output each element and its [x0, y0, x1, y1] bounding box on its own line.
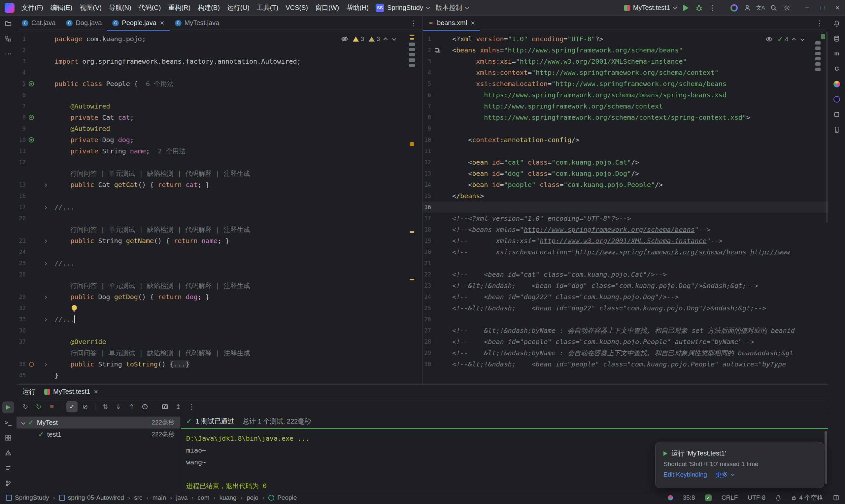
- scrollbar-thumb[interactable]: [826, 31, 828, 223]
- fold-arrow-icon[interactable]: ›: [43, 258, 49, 268]
- code-line[interactable]: 29› public Dog getDog() { return dog; }: [17, 291, 422, 303]
- code-line[interactable]: 11 private String name; 2 个用法: [17, 145, 422, 157]
- code-line[interactable]: 10 <context:annotation-config/>: [423, 134, 828, 145]
- services-tool-window-button[interactable]: [2, 432, 14, 444]
- code-line[interactable]: 36: [17, 325, 422, 336]
- code-line[interactable]: 行间问答 | 单元测试 | 缺陷检测 | 代码解释 | 注释生成: [17, 347, 422, 359]
- ai-assistant-button[interactable]: [727, 1, 741, 15]
- code-line[interactable]: 17›//...: [17, 201, 422, 213]
- context-gutter-icon[interactable]: [435, 48, 439, 52]
- run-configuration-widget[interactable]: MyTest.test1: [621, 2, 679, 14]
- code-line[interactable]: 17<!--<?xml version="1.0" encoding="UTF-…: [423, 213, 828, 224]
- breadcrumb-item[interactable]: com: [198, 494, 219, 501]
- code-line[interactable]: 25›//...: [17, 258, 422, 269]
- structure-tool-button[interactable]: [2, 33, 14, 44]
- tab-options-icon[interactable]: ⋮: [405, 19, 423, 28]
- eye-icon[interactable]: [765, 36, 773, 43]
- inspections-widget[interactable]: 3 3: [337, 34, 399, 44]
- code-line[interactable]: 22<!-- <bean id="cat" class="com.kuang.p…: [423, 269, 828, 280]
- code-line[interactable]: 21› public String getName() { return nam…: [17, 235, 422, 246]
- menu-item[interactable]: 编辑(E): [47, 1, 76, 15]
- code-line[interactable]: 9 @Autowired: [17, 123, 422, 134]
- code-line[interactable]: 行间问答 | 单元测试 | 缺陷检测 | 代码解释 | 注释生成: [17, 224, 422, 235]
- close-tab-icon[interactable]: ×: [471, 19, 475, 28]
- warning-count[interactable]: 3: [353, 36, 364, 42]
- code-line[interactable]: 15</beans>: [423, 190, 828, 201]
- fold-arrow-icon[interactable]: ›: [43, 180, 49, 190]
- menu-item[interactable]: VCS(S): [282, 2, 312, 14]
- tab-mytest-java[interactable]: C MyTest.java: [170, 16, 225, 31]
- fold-arrow-icon[interactable]: ›: [43, 236, 49, 246]
- rerun-failed-button[interactable]: ↻: [33, 401, 44, 412]
- breadcrumb-item[interactable]: spring-05-Autowired: [59, 494, 134, 501]
- spring-bean-gutter-icon[interactable]: [29, 115, 34, 120]
- menu-item[interactable]: 导航(N): [105, 1, 135, 15]
- code-line[interactable]: 4: [17, 67, 422, 78]
- console-scrollbar[interactable]: [825, 431, 827, 484]
- code-line[interactable]: 16: [423, 201, 828, 213]
- intention-bulb-icon[interactable]: [72, 305, 77, 310]
- breadcrumb-item[interactable]: main: [153, 494, 176, 501]
- notifications-widget[interactable]: [775, 495, 781, 501]
- breadcrumb-item[interactable]: java: [176, 494, 197, 501]
- collapse-all-button[interactable]: ⇑: [126, 401, 137, 412]
- menu-item[interactable]: 代码(C): [135, 1, 165, 15]
- code-with-me-button[interactable]: [741, 1, 754, 15]
- spring-bean-gutter-icon[interactable]: [29, 81, 34, 86]
- code-line[interactable]: 26: [423, 314, 828, 325]
- close-button[interactable]: ×: [830, 0, 845, 16]
- run-tool-window-button[interactable]: [2, 401, 14, 413]
- java-editor-pane[interactable]: 3 3 1package com.kuang.pojo;23import org…: [17, 31, 423, 384]
- fold-arrow-icon[interactable]: ›: [43, 359, 49, 369]
- maven-tool-button[interactable]: m: [831, 48, 843, 60]
- tab-cat-java[interactable]: C Cat.java: [17, 16, 61, 31]
- code-line[interactable]: 18<!--<beans xmlns="http://www.springfra…: [423, 224, 828, 235]
- weak-warning-count[interactable]: 3: [369, 36, 380, 42]
- code-line[interactable]: 12: [17, 157, 422, 168]
- menu-item[interactable]: 构建(B): [194, 1, 224, 15]
- spring-bean-gutter-icon[interactable]: [29, 137, 34, 143]
- code-line[interactable]: 2<beans xmlns="http://www.springframewor…: [423, 44, 828, 56]
- code-line[interactable]: 6: [17, 89, 422, 101]
- export-results-button[interactable]: ↥: [173, 401, 184, 412]
- vcs-widget[interactable]: 版本控制: [433, 1, 471, 14]
- breadcrumb-item[interactable]: SpringStudy: [6, 494, 59, 501]
- previous-problem-icon[interactable]: [792, 38, 796, 42]
- maximize-button[interactable]: □: [815, 0, 830, 16]
- code-line[interactable]: 14 <bean id="people" class="com.kuang.po…: [423, 179, 828, 190]
- notifications-tool-button[interactable]: [831, 17, 843, 29]
- edit-keybinding-link[interactable]: Edit Keybinding: [664, 471, 707, 478]
- right-error-stripe[interactable]: [814, 31, 828, 384]
- settings-button[interactable]: [780, 1, 793, 15]
- code-line[interactable]: 23<!--&lt;!&ndash; <bean id="dog" class=…: [423, 280, 828, 291]
- screenshot-button[interactable]: [159, 401, 171, 412]
- inspections-status-widget[interactable]: ✓: [705, 494, 712, 501]
- code-line[interactable]: 9: [423, 123, 828, 134]
- terminal-tool-window-button[interactable]: >_: [2, 417, 14, 429]
- code-line[interactable]: 7 http://www.springframework.org/schema/…: [423, 101, 828, 112]
- next-problem-icon[interactable]: [392, 36, 397, 40]
- code-line[interactable]: 6 https://www.springframework.org/schema…: [423, 89, 828, 101]
- minimize-button[interactable]: −: [799, 0, 815, 16]
- code-line[interactable]: 32: [17, 303, 422, 314]
- chevron-down-icon[interactable]: [21, 420, 25, 425]
- menu-item[interactable]: 重构(R): [164, 1, 194, 15]
- code-line[interactable]: 20: [17, 213, 422, 224]
- show-passed-button[interactable]: ✓: [66, 401, 77, 412]
- indent-widget[interactable]: 4 个空格: [791, 493, 823, 502]
- code-line[interactable]: 行间问答 | 单元测试 | 缺陷检测 | 代码解释 | 注释生成: [17, 168, 422, 179]
- notification-toast[interactable]: 运行 'MyTest.test1' Shortcut 'Shift+F10' m…: [655, 442, 824, 488]
- breadcrumb-item[interactable]: People: [268, 494, 297, 501]
- plugin-tool-button[interactable]: [831, 109, 843, 120]
- more-tool-windows-button[interactable]: ⋯: [2, 48, 14, 60]
- tab-people-java[interactable]: C People.java ×: [107, 16, 169, 31]
- sort-button[interactable]: ⇅: [100, 401, 111, 412]
- tab-options-icon[interactable]: ⋮: [811, 19, 828, 28]
- menu-item[interactable]: 文件(F): [18, 1, 47, 15]
- eye-off-icon[interactable]: [341, 35, 348, 42]
- more-link[interactable]: 更多: [716, 470, 734, 479]
- code-line[interactable]: 8 private Cat cat;: [17, 112, 422, 123]
- ai-assistant-tool-button[interactable]: [831, 78, 843, 90]
- test-tree-row-mytest[interactable]: ✓ MyTest 222毫秒: [17, 417, 180, 429]
- menu-item[interactable]: 帮助(H): [342, 1, 372, 15]
